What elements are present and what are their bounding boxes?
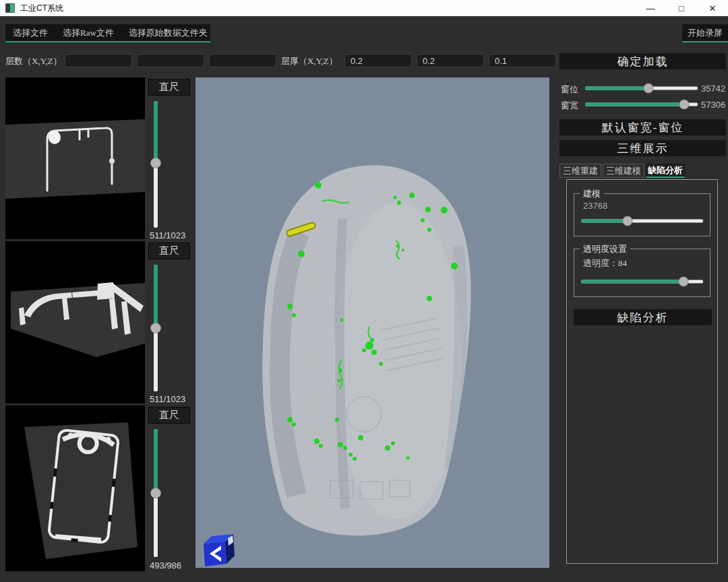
maximize-button[interactable]: □: [666, 0, 697, 16]
slider-fill: [585, 103, 684, 106]
select-file-button[interactable]: 选择文件: [5, 25, 55, 40]
display-3d-button[interactable]: 三维展示: [559, 140, 726, 156]
slider-thumb[interactable]: [679, 277, 689, 287]
default-window-button[interactable]: 默认窗宽-窗位: [559, 119, 726, 135]
ct-slice-view-top: [5, 406, 145, 571]
minimize-button[interactable]: —: [635, 0, 666, 16]
window-width-slider[interactable]: [585, 99, 698, 110]
window-width-label: 窗宽: [561, 100, 578, 112]
ct-slice-view-xz: [5, 241, 145, 403]
window-level-slider[interactable]: [585, 83, 698, 94]
thickness-z-input[interactable]: [489, 54, 556, 67]
modeling-slider[interactable]: [581, 216, 703, 226]
layers-y-input[interactable]: [137, 54, 204, 67]
file-toolbar: 选择文件 选择Raw文件 选择原始数据文件夹: [5, 24, 210, 42]
defect-analysis-button[interactable]: 缺陷分析: [574, 309, 712, 325]
modeling-value: 23768: [583, 201, 607, 211]
window-level-label: 窗位: [561, 84, 578, 96]
tab-defect-analysis[interactable]: 缺陷分析: [646, 164, 685, 178]
modeling-group-title: 建模: [580, 188, 604, 200]
opacity-slider[interactable]: [581, 276, 703, 287]
slice-slider-1[interactable]: [150, 101, 161, 228]
slider-thumb[interactable]: [150, 323, 161, 333]
start-recording-button[interactable]: 开始录屏: [680, 25, 728, 40]
slice-position-1: 511/1023: [150, 230, 185, 240]
layers-x-input[interactable]: [65, 54, 132, 67]
3d-render-viewport[interactable]: [195, 77, 549, 568]
modeling-groupbox: 建模 23768: [574, 193, 710, 236]
app-icon: [5, 3, 15, 13]
confirm-load-button[interactable]: 确定加载: [559, 53, 726, 69]
ruler-button-1[interactable]: 直尺: [148, 79, 190, 96]
slider-fill: [581, 220, 628, 223]
record-toolbar: 开始录屏: [682, 24, 728, 42]
slider-fill: [154, 101, 158, 163]
tab-3d-modeling[interactable]: 三维建模: [603, 164, 644, 178]
slider-thumb[interactable]: [679, 100, 689, 110]
slice-slider-2[interactable]: [150, 265, 161, 391]
slider-fill: [154, 429, 158, 493]
slice-slider-column-1: 直尺 511/1023: [147, 77, 195, 239]
opacity-group-title: 透明度设置: [580, 243, 630, 255]
select-raw-data-folder-button[interactable]: 选择原始数据文件夹: [121, 25, 215, 40]
slider-thumb[interactable]: [643, 84, 653, 94]
slider-thumb[interactable]: [622, 216, 632, 226]
layers-z-input[interactable]: [209, 54, 276, 67]
tab-3d-reconstruction[interactable]: 三维重建: [559, 164, 601, 178]
close-button[interactable]: ✕: [697, 0, 728, 16]
slice-position-2: 511/1023: [150, 394, 185, 404]
select-raw-file-button[interactable]: 选择Raw文件: [55, 25, 121, 40]
slider-thumb[interactable]: [150, 158, 161, 168]
opacity-value-label: 透明度：84: [583, 257, 627, 269]
slice-position-3: 493/986: [150, 560, 181, 571]
window-title: 工业CT系统: [20, 3, 63, 14]
slice-slider-column-3: 直尺 493/986: [147, 406, 195, 571]
thickness-x-input[interactable]: [344, 54, 412, 67]
thickness-y-input[interactable]: [417, 54, 484, 67]
slider-fill: [581, 280, 684, 284]
thickness-label: 层厚（X,Y,Z）: [281, 55, 338, 67]
slice-slider-column-2: 直尺 511/1023: [147, 241, 195, 403]
slider-thumb[interactable]: [150, 488, 161, 498]
defect-analysis-tab-panel: 建模 23768 透明度设置 透明度：84 缺陷分析: [566, 179, 718, 564]
window-level-value: 35742: [701, 84, 725, 94]
ruler-button-3[interactable]: 直尺: [148, 407, 190, 424]
slider-fill: [585, 87, 648, 90]
title-bar: 工业CT系统 — □ ✕: [0, 0, 728, 16]
slice-slider-3[interactable]: [150, 429, 161, 557]
ruler-button-2[interactable]: 直尺: [148, 243, 190, 259]
slider-fill: [154, 265, 158, 328]
ct-slice-view-xy: [5, 77, 145, 239]
layers-label: 层数（X,Y,Z）: [5, 55, 62, 67]
window-width-value: 57306: [701, 100, 725, 110]
opacity-groupbox: 透明度设置 透明度：84: [574, 249, 710, 297]
